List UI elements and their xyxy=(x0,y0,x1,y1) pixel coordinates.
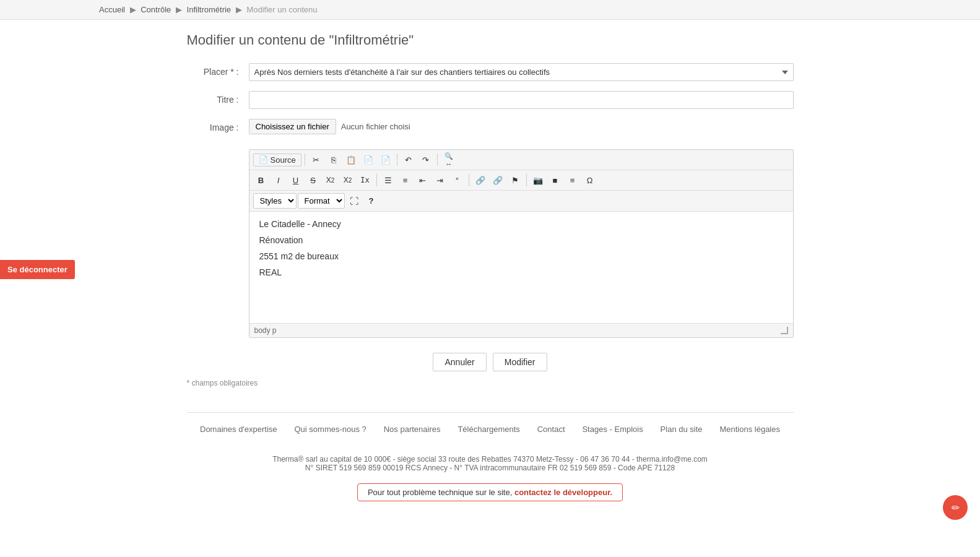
strike-button[interactable]: S xyxy=(305,173,321,188)
modifier-button[interactable]: Modifier xyxy=(493,353,547,371)
placer-label: Placer * : xyxy=(187,63,249,77)
titre-control-wrap xyxy=(249,91,794,109)
toolbar-sep-4 xyxy=(376,174,377,186)
editor-label-spacer xyxy=(187,144,249,148)
breadcrumb: Accueil ▶ Contrôle ▶ Infiltrométrie ▶ Mo… xyxy=(0,0,980,20)
anchor-button[interactable]: ⚑ xyxy=(507,173,523,188)
breadcrumb-sep-2: ▶ xyxy=(176,5,184,14)
resize-handle[interactable] xyxy=(781,327,788,334)
outdent-button[interactable]: ⇤ xyxy=(415,173,431,188)
align-button[interactable]: ≡ xyxy=(565,173,581,188)
toolbar-sep-3 xyxy=(437,153,438,166)
special-char-button[interactable]: Ω xyxy=(582,173,598,188)
image-row: Image : Choisissez un fichier Aucun fich… xyxy=(187,119,794,134)
italic-button[interactable]: I xyxy=(271,173,287,188)
toolbar-row3: Styles Format ⛶ ? xyxy=(249,191,793,212)
source-button[interactable]: 📄 Source xyxy=(253,153,301,166)
titre-input[interactable] xyxy=(249,91,794,109)
image-button[interactable]: 📷 xyxy=(530,173,546,188)
superscript-button[interactable]: X2 xyxy=(340,173,356,188)
source-label: Source xyxy=(271,155,296,165)
ol-button[interactable]: ☰ xyxy=(380,173,396,188)
breadcrumb-infiltrometrie[interactable]: Infiltrométrie xyxy=(187,5,232,14)
editor-line-4: REAL xyxy=(259,267,783,277)
blockquote-button[interactable]: “ xyxy=(449,173,466,188)
dev-contact-link[interactable]: contactez le développeur. xyxy=(514,488,612,497)
help-button[interactable]: ? xyxy=(363,194,379,209)
editor-wrap: 📄 Source ✂ ⎘ 📋 📄 📄 ↶ ↷ 🔍↔ xyxy=(249,149,794,338)
breadcrumb-current: Modifier un contenu xyxy=(246,5,317,14)
required-note: * champs obligatoires xyxy=(187,379,794,387)
toolbar-sep-6 xyxy=(526,174,527,186)
subscript-button[interactable]: X2 xyxy=(323,173,339,188)
table-button[interactable]: ■ xyxy=(547,173,563,188)
toolbar-row1: 📄 Source ✂ ⎘ 📋 📄 📄 ↶ ↷ 🔍↔ xyxy=(249,150,793,170)
format-select[interactable]: Format xyxy=(298,193,345,209)
footer-link-partenaires[interactable]: Nos partenaires xyxy=(384,425,441,434)
cut-button[interactable]: ✂ xyxy=(308,152,324,167)
find-replace-button[interactable]: 🔍↔ xyxy=(441,152,457,167)
footer-link-stages[interactable]: Stages - Emplois xyxy=(582,425,643,434)
redo-button[interactable]: ↷ xyxy=(418,152,434,167)
placer-select[interactable]: Après Nos derniers tests d'étanchéité à … xyxy=(249,63,794,81)
editor-line-3: 2551 m2 de bureaux xyxy=(259,251,783,261)
breadcrumb-sep-1: ▶ xyxy=(130,5,139,14)
footer-link-plan[interactable]: Plan du site xyxy=(661,425,703,434)
undo-button[interactable]: ↶ xyxy=(401,152,417,167)
image-label: Image : xyxy=(187,119,249,132)
file-none-label: Aucun fichier choisi xyxy=(341,122,410,131)
breadcrumb-controle[interactable]: Contrôle xyxy=(141,5,171,14)
main-content: Modifier un contenu de "Infiltrométrie" … xyxy=(150,20,831,524)
dev-contact-text: Pour tout problème technique sur le site… xyxy=(368,488,514,497)
ul-button[interactable]: ≡ xyxy=(397,173,414,188)
company-line1: Therma® sarl au capital de 10 000€ - siè… xyxy=(197,455,784,464)
dev-contact-box: Pour tout problème technique sur le site… xyxy=(357,483,623,501)
paste-word-button[interactable]: 📄 xyxy=(378,152,394,167)
footer-link-telechargements[interactable]: Téléchargements xyxy=(457,425,519,434)
paste-button[interactable]: 📋 xyxy=(343,152,359,167)
styles-select[interactable]: Styles xyxy=(253,193,297,209)
toolbar-sep-1 xyxy=(305,153,305,166)
image-control-wrap: Choisissez un fichier Aucun fichier choi… xyxy=(249,119,794,134)
annuler-button[interactable]: Annuler xyxy=(433,353,486,371)
editor-line-2: Rénovation xyxy=(259,235,783,245)
bold-button[interactable]: B xyxy=(253,173,269,188)
document-icon: 📄 xyxy=(259,155,268,164)
editor-body[interactable]: Le Citadelle - Annecy Rénovation 2551 m2… xyxy=(249,212,793,323)
placer-row: Placer * : Après Nos derniers tests d'ét… xyxy=(187,63,794,81)
company-line2: N° SIRET 519 569 859 00019 RCS Annecy - … xyxy=(197,464,784,472)
fullscreen-button[interactable]: ⛶ xyxy=(346,194,362,209)
remove-format-button[interactable]: Ix xyxy=(357,173,373,188)
edit-fab-button[interactable]: ✏ xyxy=(943,495,968,520)
editor-row: 📄 Source ✂ ⎘ 📋 📄 📄 ↶ ↷ 🔍↔ xyxy=(187,144,794,338)
edit-fab-icon: ✏ xyxy=(952,502,960,514)
footer-link-qui[interactable]: Qui sommes-nous ? xyxy=(295,425,366,434)
footer-link-domaines[interactable]: Domaines d'expertise xyxy=(200,425,277,434)
choose-file-button[interactable]: Choisissez un fichier xyxy=(249,119,336,134)
footer-link-mentions[interactable]: Mentions légales xyxy=(719,425,780,434)
copy-button[interactable]: ⎘ xyxy=(326,152,342,167)
dev-contact-link-text: contactez le développeur. xyxy=(514,488,612,497)
link-button[interactable]: 🔗 xyxy=(472,173,488,188)
editor-wrap-outer: 📄 Source ✂ ⎘ 📋 📄 📄 ↶ ↷ 🔍↔ xyxy=(249,144,794,338)
placer-control-wrap: Après Nos derniers tests d'étanchéité à … xyxy=(249,63,794,81)
page-title: Modifier un contenu de "Infiltrométrie" xyxy=(187,32,794,48)
toolbar-sep-5 xyxy=(469,174,469,186)
underline-button[interactable]: U xyxy=(288,173,304,188)
breadcrumb-sep-3: ▶ xyxy=(236,5,245,14)
logout-button[interactable]: Se déconnecter xyxy=(0,260,75,279)
breadcrumb-accueil[interactable]: Accueil xyxy=(99,5,125,14)
footer-nav: Domaines d'expertise Qui sommes-nous ? N… xyxy=(187,412,794,445)
file-row: Choisissez un fichier Aucun fichier choi… xyxy=(249,119,794,134)
editor-statusbar: body p xyxy=(249,323,793,337)
titre-label: Titre : xyxy=(187,91,249,105)
paste-text-button[interactable]: 📄 xyxy=(360,152,376,167)
footer-bottom: Therma® sarl au capital de 10 000€ - siè… xyxy=(187,445,794,511)
unlink-button[interactable]: 🔗 xyxy=(490,173,506,188)
indent-button[interactable]: ⇥ xyxy=(432,173,448,188)
footer-link-contact[interactable]: Contact xyxy=(537,425,565,434)
statusbar-text: body p xyxy=(254,326,277,335)
editor-line-1: Le Citadelle - Annecy xyxy=(259,219,783,229)
toolbar-row2: B I U S X2 X2 Ix ☰ ≡ ⇤ ⇥ “ 🔗 🔗 ⚑ xyxy=(249,170,793,191)
action-buttons: Annuler Modifier xyxy=(187,353,794,371)
